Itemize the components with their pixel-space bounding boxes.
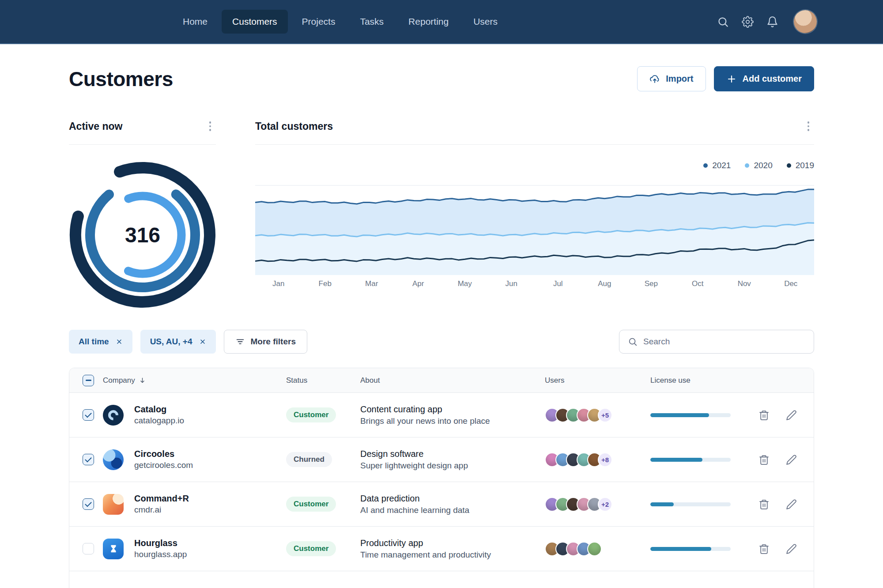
- pencil-icon: [786, 499, 797, 510]
- pencil-icon: [786, 543, 797, 554]
- delete-button[interactable]: [755, 540, 772, 557]
- company-logo: [103, 449, 124, 470]
- total-customers-area-chart: [255, 182, 814, 276]
- row-checkbox[interactable]: [83, 409, 94, 421]
- select-all-checkbox[interactable]: [83, 375, 94, 386]
- total-customers-title: Total customers: [255, 121, 333, 132]
- about-subtitle: Super lightweight design app: [360, 461, 545, 471]
- legend-item: 2020: [745, 161, 772, 170]
- import-button[interactable]: Import: [637, 66, 706, 91]
- total-customers-widget: Total customers 202120202019 JanFebMarAp…: [255, 120, 814, 309]
- company-name: Hourglass: [134, 538, 187, 548]
- more-filters-button[interactable]: More filters: [224, 330, 307, 354]
- filter-chip[interactable]: All time: [69, 330, 132, 354]
- main-content: Customers Import Add customer Active now…: [0, 66, 883, 588]
- license-progress: [650, 458, 731, 462]
- company-name: Circooles: [134, 449, 193, 459]
- about-subtitle: Brings all your news into one place: [360, 416, 545, 426]
- delete-button[interactable]: [755, 496, 772, 513]
- kebab-menu-icon[interactable]: [204, 121, 216, 132]
- avatar-group: [545, 542, 650, 556]
- delete-button[interactable]: [755, 407, 772, 423]
- company-logo: [103, 539, 124, 559]
- navbar: HomeCustomersProjectsTasksReportingUsers: [0, 0, 883, 44]
- trash-icon: [758, 454, 770, 465]
- nav-items: HomeCustomersProjectsTasksReportingUsers: [172, 10, 508, 34]
- add-customer-button[interactable]: Add customer: [714, 66, 814, 91]
- nav-item-customers[interactable]: Customers: [222, 10, 288, 34]
- close-icon[interactable]: [199, 338, 206, 345]
- status-badge: Customer: [286, 497, 336, 512]
- filter-chips: All timeUS, AU, +4: [69, 330, 216, 354]
- search-icon: [628, 337, 638, 347]
- row-checkbox[interactable]: [83, 498, 94, 510]
- license-fill: [650, 458, 702, 462]
- row-checkbox[interactable]: [83, 454, 94, 465]
- about-subtitle: AI and machine learning data: [360, 505, 545, 515]
- month-label: Apr: [395, 279, 442, 288]
- company-logo: [103, 405, 124, 426]
- kebab-menu-icon[interactable]: [803, 121, 814, 132]
- bell-icon[interactable]: [765, 14, 780, 29]
- filter-chip[interactable]: US, AU, +4: [140, 330, 216, 354]
- profile-avatar[interactable]: [794, 10, 817, 33]
- about-title: Data prediction: [360, 494, 545, 504]
- settings-icon[interactable]: [740, 14, 755, 29]
- month-label: Nov: [721, 279, 768, 288]
- nav-item-home[interactable]: Home: [172, 10, 218, 34]
- chart-x-axis-labels: JanFebMarAprMayJunJulAugSepOctNovDec: [255, 279, 814, 288]
- nav-item-projects[interactable]: Projects: [291, 10, 346, 34]
- pencil-icon: [786, 454, 797, 465]
- chart-legend: 202120202019: [255, 161, 814, 170]
- license-progress: [650, 502, 731, 506]
- company-name: Catalog: [134, 404, 184, 415]
- active-now-widget: Active now 316: [69, 120, 216, 309]
- edit-button[interactable]: [783, 451, 800, 468]
- status-badge: Churned: [286, 452, 332, 467]
- trash-icon: [758, 499, 770, 510]
- avatar-extra-count: +5: [598, 408, 612, 422]
- status-badge: Customer: [286, 407, 336, 422]
- active-now-value: 316: [69, 161, 216, 309]
- table-row: Circooles getcirooles.com Churned Design…: [69, 437, 814, 482]
- edit-button[interactable]: [783, 496, 800, 513]
- avatar-group: +5: [545, 408, 650, 422]
- customers-table: Company Status About Users License use C…: [69, 368, 814, 588]
- column-header-users: Users: [545, 376, 650, 385]
- column-header-status: Status: [286, 376, 360, 385]
- edit-button[interactable]: [783, 540, 800, 557]
- avatar-extra-count: +2: [598, 497, 612, 512]
- month-label: Jan: [255, 279, 302, 288]
- company-logo: [103, 494, 124, 515]
- license-fill: [650, 502, 674, 506]
- nav-item-reporting[interactable]: Reporting: [398, 10, 459, 34]
- license-progress: [650, 413, 731, 417]
- edit-button[interactable]: [783, 407, 800, 423]
- month-label: May: [442, 279, 488, 288]
- search-input[interactable]: [643, 337, 805, 347]
- company-name: Command+R: [134, 494, 189, 504]
- column-header-about: About: [360, 376, 545, 385]
- about-title: Productivity app: [360, 538, 545, 548]
- month-label: Feb: [302, 279, 349, 288]
- table-row: Hourglass hourglass.app Customer Product…: [69, 527, 814, 571]
- table-row: Command+R cmdr.ai Customer Data predicti…: [69, 482, 814, 527]
- column-header-company[interactable]: Company: [103, 376, 286, 385]
- license-fill: [650, 413, 709, 417]
- avatar-group: +8: [545, 452, 650, 467]
- company-domain: hourglass.app: [134, 550, 187, 559]
- pencil-icon: [786, 410, 797, 421]
- month-label: Aug: [581, 279, 628, 288]
- nav-item-tasks[interactable]: Tasks: [349, 10, 394, 34]
- row-checkbox[interactable]: [83, 543, 94, 554]
- plus-icon: [726, 74, 737, 84]
- company-domain: catalogapp.io: [134, 416, 184, 426]
- nav-item-users[interactable]: Users: [463, 10, 508, 34]
- search-icon[interactable]: [715, 14, 730, 29]
- about-title: Content curating app: [360, 404, 545, 415]
- close-icon[interactable]: [116, 338, 123, 345]
- month-label: Dec: [768, 279, 815, 288]
- month-label: Mar: [348, 279, 395, 288]
- delete-button[interactable]: [755, 451, 772, 468]
- table-header: Company Status About Users License use: [69, 368, 814, 393]
